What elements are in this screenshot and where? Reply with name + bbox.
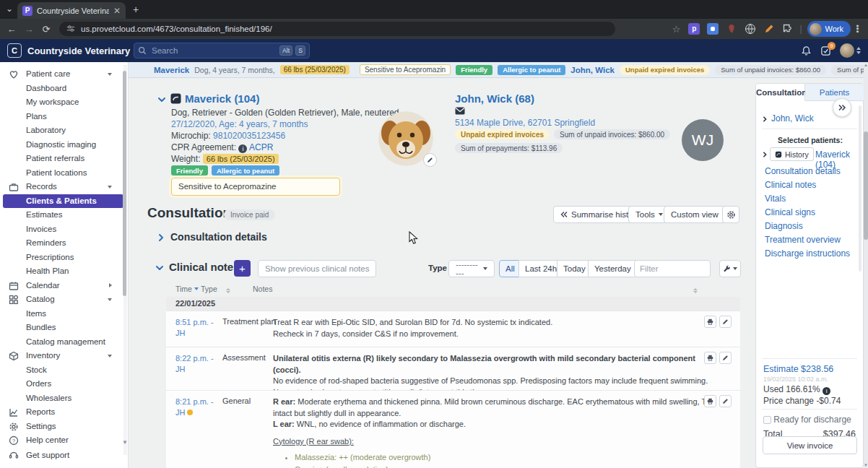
extension-pencil-icon[interactable] (763, 23, 775, 35)
panel-scroll-thumb[interactable] (859, 105, 862, 272)
panel-link-consultation-details[interactable]: Consultation details (765, 166, 841, 176)
sidebar-scrollbar[interactable] (123, 65, 127, 455)
edit-note-button[interactable] (719, 316, 732, 328)
site-info-icon[interactable] (66, 25, 75, 33)
sidebar-item-prescriptions[interactable]: Prescriptions (0, 251, 128, 265)
sidebar-item-plans[interactable]: Plans (0, 110, 128, 124)
type-filter-select[interactable]: ----------- (448, 260, 495, 277)
clinical-notes-heading[interactable]: Clinical notes (169, 261, 240, 273)
sidebar-item-items[interactable]: Items (0, 307, 128, 321)
scroll-down-icon[interactable]: ▼ (864, 463, 868, 467)
estimate-link[interactable]: Estimate $238.56 (763, 364, 833, 374)
expand-panel-button[interactable] (833, 98, 851, 117)
sidebar-item-clients-patients[interactable]: Clients & Patients (3, 194, 123, 209)
panel-owner-link[interactable]: John, Wick (771, 113, 814, 124)
extension-pin-icon[interactable] (726, 23, 737, 35)
tab-patients[interactable]: Patients (805, 84, 864, 101)
col-type-sort-icon[interactable] (226, 286, 230, 295)
notes-filter-input[interactable] (634, 260, 711, 277)
sidebar-item-wholesalers[interactable]: Wholesalers (0, 391, 128, 406)
sidebar-item-patient-care[interactable]: Patient care (0, 67, 128, 82)
url-bar[interactable]: us.provetcloud.com/4673/consultation_fin… (59, 22, 615, 36)
panel-link-discharge-instructions[interactable]: Discharge instructions (765, 248, 850, 259)
col-type-header[interactable]: Type (201, 285, 217, 293)
sidebar-item-estimates[interactable]: Estimates (0, 208, 128, 222)
sidebar-item-help-center[interactable]: ? Help center (0, 433, 128, 448)
cpr-link[interactable]: ACPR (249, 142, 273, 152)
extensions-puzzle-icon[interactable] (782, 23, 794, 35)
panel-link-diagnosis[interactable]: Diagnosis (765, 221, 803, 231)
print-note-button[interactable] (704, 352, 716, 364)
sidebar-item-catalog-management[interactable]: Catalog management (0, 335, 128, 350)
get-support-button[interactable]: Get support (0, 448, 129, 462)
show-previous-notes-button[interactable]: Show previous clinical notes (258, 260, 376, 277)
new-tab-button[interactable]: + (133, 4, 139, 15)
panel-link-vitals[interactable]: Vitals (765, 194, 786, 204)
print-note-button[interactable] (704, 395, 716, 407)
sensitivity-note-box[interactable]: Sensitive to Acepromazine (171, 178, 340, 196)
banner-patient-link[interactable]: Maverick (154, 66, 189, 74)
page-scroll-thumb[interactable] (864, 131, 868, 240)
sidebar-item-my-workspace[interactable]: My workspace (0, 95, 128, 110)
edit-photo-button[interactable] (423, 153, 437, 167)
sidebar-scroll-thumb[interactable] (123, 71, 126, 296)
tab-consultation[interactable]: Consultation (756, 84, 805, 101)
browser-profile-button[interactable]: Work (807, 21, 851, 37)
browser-menu-icon[interactable]: ••• (854, 25, 862, 33)
clinical-notes-chevron-icon[interactable] (155, 264, 164, 272)
sidebar-item-catalog[interactable]: Catalog (0, 292, 128, 307)
sidebar-item-records[interactable]: Records (0, 180, 128, 194)
owner-expand-chevron-icon[interactable] (762, 116, 768, 123)
banner-owner-link[interactable]: John, Wick (570, 66, 615, 74)
add-note-button[interactable]: + (234, 260, 251, 277)
sidebar-scroll-down-icon[interactable]: ▼ (122, 439, 128, 446)
browser-tab[interactable]: P Countryside Veterinary ✕ (17, 2, 126, 19)
extension-blue-icon[interactable] (707, 23, 719, 35)
filter-yesterday-button[interactable]: Yesterday (588, 260, 638, 277)
sidebar-item-calendar[interactable]: Calendar (0, 279, 128, 293)
sidebar-item-patient-referrals[interactable]: Patient referrals (0, 152, 128, 166)
history-button[interactable]: History (770, 147, 814, 161)
owner-name-link[interactable]: John, Wick (68) (455, 92, 534, 105)
note-row[interactable]: 8:51 p.m. -JH Treatment plan Treat R ear… (166, 311, 740, 347)
sidebar-item-stock[interactable]: Stock (0, 363, 128, 378)
extension-globe-icon[interactable] (745, 23, 756, 35)
patient-expand-chevron-icon[interactable] (762, 151, 768, 158)
forward-icon[interactable]: → (20, 24, 38, 35)
sidebar-item-orders[interactable]: Orders (0, 377, 128, 391)
print-note-button[interactable] (704, 316, 716, 328)
tasks-button[interactable]: 9 (820, 46, 831, 56)
scroll-up-icon[interactable]: ▲ (864, 63, 868, 67)
consultation-details-heading[interactable]: Consultation details (170, 231, 267, 243)
notes-tools-button[interactable] (719, 260, 741, 277)
sidebar-item-reminders[interactable]: Reminders (0, 236, 128, 251)
back-icon[interactable]: ← (3, 24, 20, 35)
patient-collapse-chevron-icon[interactable] (157, 96, 166, 103)
note-row[interactable]: 8:21 p.m. -JH General R ear: Moderate er… (166, 390, 740, 468)
col-time-header[interactable]: Time (175, 285, 199, 293)
tab-search-button[interactable]: ⌄ (6, 4, 13, 14)
consultation-details-chevron-icon[interactable] (157, 233, 165, 242)
view-invoice-button[interactable]: View invoice (763, 436, 857, 454)
sidebar-item-dashboard[interactable]: Dashboard (0, 82, 128, 96)
sidebar-item-invoices[interactable]: Invoices (0, 222, 128, 237)
user-menu[interactable] (840, 43, 861, 58)
edit-note-button[interactable] (719, 352, 732, 364)
bookmark-star-icon[interactable]: ☆ (672, 24, 681, 35)
page-scrollbar[interactable]: ▲ ▼ (864, 62, 868, 468)
notifications-bell-icon[interactable] (801, 46, 812, 56)
ready-for-discharge-checkbox[interactable] (763, 416, 771, 424)
col-right-sort-icon[interactable] (693, 286, 698, 295)
col-notes-header[interactable]: Notes (253, 285, 272, 293)
sidebar-item-settings[interactable]: Settings (0, 420, 128, 434)
note-row[interactable]: 8:22 p.m. -JH Assessment Unilateral otit… (166, 347, 740, 390)
sidebar-item-diagnostic-imaging[interactable]: Diagnostic imaging (0, 138, 128, 152)
sidebar-item-laboratory[interactable]: Laboratory (0, 124, 128, 138)
panel-link-treatment-overview[interactable]: Treatment overview (765, 235, 841, 245)
tab-close-icon[interactable]: ✕ (113, 6, 121, 16)
extension-provet-icon[interactable]: p (688, 23, 700, 35)
refresh-icon[interactable]: ⟳ (38, 24, 55, 35)
sidebar-item-bundles[interactable]: Bundles (0, 321, 128, 335)
panel-link-clinical-notes[interactable]: Clinical notes (765, 180, 816, 190)
sidebar-item-inventory[interactable]: Inventory (0, 349, 128, 363)
